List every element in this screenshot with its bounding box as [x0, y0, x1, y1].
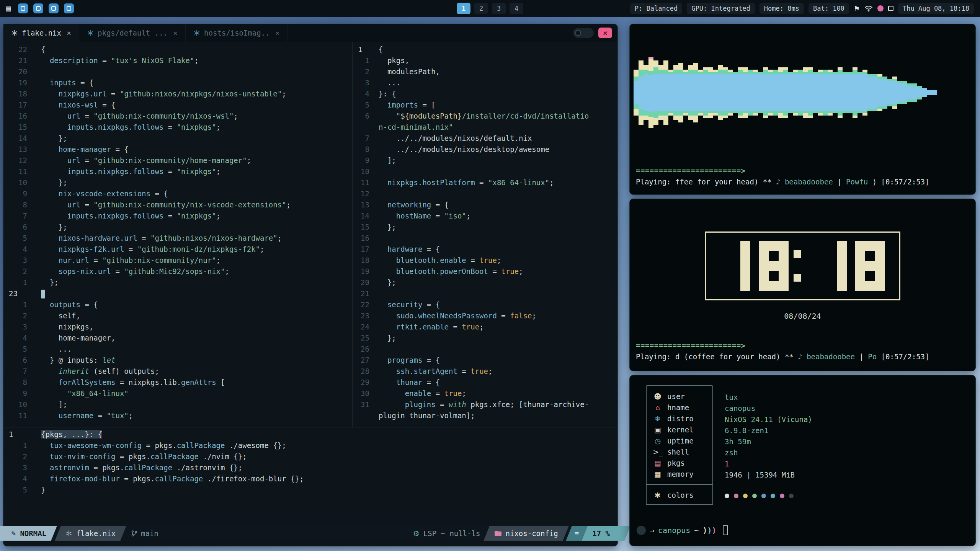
code-line: 1 tux-awesome-wm-config = pkgs.callPacka… [3, 440, 617, 451]
palette-icon: ✱ [653, 491, 663, 499]
terminal-cursor [723, 525, 728, 535]
code-line: 3 ... [353, 77, 617, 88]
tray-app-icon[interactable] [49, 3, 59, 13]
uptime-icon: ◷ [653, 437, 663, 445]
workspace-1[interactable]: 1 [457, 3, 470, 14]
window-close-button[interactable]: × [598, 28, 612, 38]
line-number: 8 [3, 199, 27, 210]
line-number: 1 [353, 55, 369, 66]
app-launcher-icon[interactable]: ▦ [6, 4, 11, 13]
tray-square-icon[interactable] [888, 6, 893, 11]
code-line: 8 forAllSystems = nixpkgs.lib.genAttrs [ [3, 377, 352, 388]
tray-app-icon[interactable] [64, 3, 74, 13]
code-line: 22{ [3, 44, 352, 55]
line-number: 3 [3, 462, 27, 473]
prompt-arrow: → [650, 526, 654, 535]
mode-indicator: ✎ NORMAL [3, 526, 54, 541]
viz-column [758, 72, 763, 113]
editor-pane-pkgs[interactable]: 1{pkgs, ...}: {1 tux-awesome-wm-config =… [3, 427, 617, 527]
code-line: 1 pkgs, [353, 55, 617, 66]
viz-column [927, 90, 932, 95]
git-branch[interactable]: main [131, 529, 158, 538]
code-line: 9 ]; [353, 155, 617, 166]
workspace-3[interactable]: 3 [492, 3, 506, 14]
line-number: 11 [353, 177, 369, 188]
editor-pane-flake[interactable]: 22{21 description = "tux's NixOS Flake";… [3, 42, 352, 427]
viz-column [793, 70, 798, 116]
color-dots [725, 490, 812, 501]
line-number: 22 [3, 44, 27, 55]
code-line: 10 }; [3, 177, 352, 188]
tab-close-icon[interactable]: × [275, 28, 280, 37]
magenta-dot-icon[interactable] [877, 5, 884, 11]
viz-column [808, 67, 813, 118]
viz-column [848, 72, 853, 113]
viz-column [828, 70, 833, 116]
wifi-icon[interactable] [864, 5, 873, 12]
code-line: 19 inputs = { [3, 77, 352, 88]
code-line: 15 }; [353, 222, 617, 233]
viz-column [768, 70, 773, 116]
code-line: 10 ]; [3, 399, 352, 410]
line-number: 3 [3, 321, 27, 333]
viz-column [708, 67, 713, 118]
line-number: 27 [353, 355, 369, 366]
code-line: 3 nur.url = "github:nix-community/nur"; [3, 255, 352, 266]
tray [18, 3, 74, 13]
line-number: 1 [353, 44, 369, 55]
code-line: 19 bluetooth.powerOnBoot = true; [353, 266, 617, 277]
workspace-4[interactable]: 4 [510, 3, 523, 14]
line-number: 2 [3, 266, 27, 277]
line-number: 7 [3, 210, 27, 222]
toggle-button[interactable] [573, 28, 594, 38]
viz-column [922, 88, 927, 97]
topbar: ▦ 1234 P: BalancedGPU: IntegratedHome: 8… [0, 0, 980, 17]
nix-icon [11, 29, 18, 36]
tabs: flake.nix×pkgs/default ...×hosts/isoImag… [3, 24, 288, 42]
viz-column [773, 70, 778, 116]
code-line: 24 rtkit.enable = true; [353, 321, 617, 333]
code-line: 4 home-manager, [3, 333, 352, 344]
line-number: 17 [353, 244, 369, 255]
line-number: 13 [3, 144, 27, 155]
file-name: flake.nix [76, 529, 116, 538]
viz-column [892, 77, 897, 109]
scroll-percent: 17 % [585, 526, 617, 541]
code-line: 11 username = "tux"; [3, 410, 352, 421]
clock-display [705, 231, 900, 300]
tray-app-icon[interactable] [18, 3, 28, 13]
workspace-2[interactable]: 2 [474, 3, 488, 14]
statusline-file[interactable]: flake.nix [58, 526, 123, 541]
code-line: 21 description = "tux's NixOS Flake"; [3, 55, 352, 66]
line-number: 17 [3, 99, 27, 111]
nix-icon [193, 29, 200, 36]
prompt-host: canopus [658, 526, 690, 535]
line-number: 6 [353, 111, 369, 122]
editor-pane-iso[interactable]: 1{1 pkgs,2 modulesPath,3 ...4}: {5 impor… [352, 42, 617, 427]
clock-widget: 08/08/24 =======================> Playin… [629, 199, 976, 371]
line-number: 18 [3, 88, 27, 99]
tabline: flake.nix×pkgs/default ...×hosts/isoImag… [3, 24, 617, 42]
code-line: 4 firefox-mod-blur = pkgs.callPackage ./… [3, 473, 617, 484]
tab-pkgs-default-[interactable]: pkgs/default ...× [79, 24, 186, 42]
visualizer-widget: =======================> Playing: ffee f… [629, 24, 976, 195]
shell-prompt[interactable]: → canopus ~ ))) [637, 525, 728, 535]
line-number: 4 [3, 333, 27, 344]
hname-icon: ⌂ [653, 403, 663, 412]
tab-close-icon[interactable]: × [173, 28, 178, 37]
code-line: plugin thunar-volman]; [353, 410, 617, 421]
statusline: ✎ NORMAL flake.nix main ⚙ LSP ~ null-ls … [3, 526, 617, 541]
tab-close-icon[interactable]: × [67, 28, 71, 37]
viz-column [818, 70, 823, 116]
viz-column [723, 67, 728, 118]
viz-column [823, 70, 828, 116]
viz-column [703, 67, 708, 118]
project-name[interactable]: nixos-config [487, 526, 566, 541]
code-line: 5} [3, 484, 617, 496]
tab-hosts-isoImag-[interactable]: hosts/isoImag..× [186, 24, 288, 42]
tab-flake-nix[interactable]: flake.nix× [3, 24, 79, 42]
code-line: 23 [3, 288, 352, 299]
mode-label: NORMAL [20, 529, 46, 538]
flag-icon[interactable]: ⚑ [854, 5, 860, 13]
tray-app-icon[interactable] [33, 3, 43, 13]
